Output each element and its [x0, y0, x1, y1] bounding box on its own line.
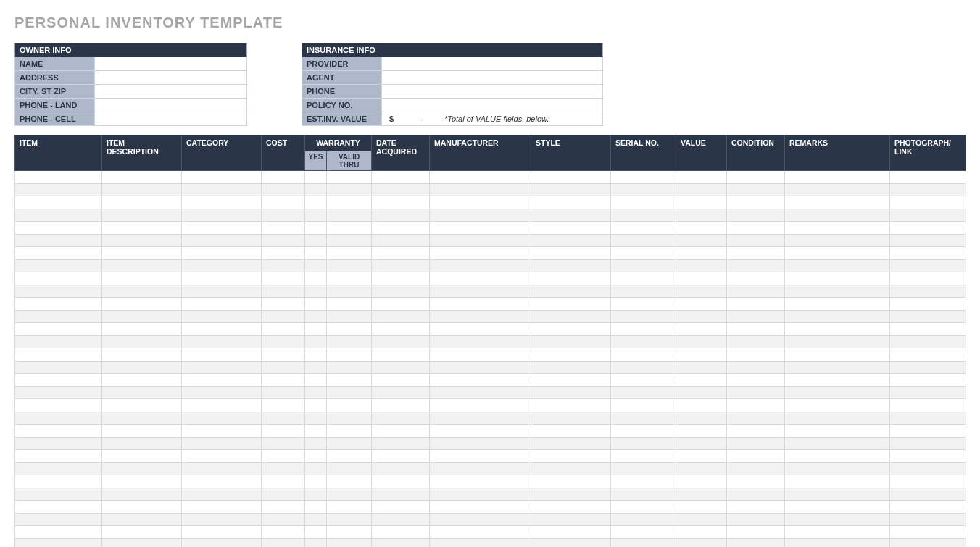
table-cell[interactable] [611, 386, 676, 399]
table-cell[interactable] [890, 412, 966, 425]
table-cell[interactable] [430, 259, 531, 272]
table-cell[interactable] [372, 450, 430, 463]
table-cell[interactable] [727, 209, 785, 222]
table-cell[interactable] [15, 488, 102, 501]
table-cell[interactable] [15, 310, 102, 323]
table-cell[interactable] [430, 538, 531, 547]
table-cell[interactable] [890, 335, 966, 348]
table-cell[interactable] [727, 335, 785, 348]
table-cell[interactable] [15, 285, 102, 298]
table-cell[interactable] [327, 335, 372, 348]
table-cell[interactable] [611, 323, 676, 336]
table-cell[interactable] [430, 323, 531, 336]
table-cell[interactable] [372, 437, 430, 450]
table-cell[interactable] [372, 247, 430, 260]
table-cell[interactable] [327, 462, 372, 475]
table-cell[interactable] [890, 196, 966, 209]
table-cell[interactable] [305, 234, 327, 247]
owner-name-value[interactable] [95, 57, 247, 71]
table-cell[interactable] [785, 450, 890, 463]
table-cell[interactable] [611, 285, 676, 298]
table-cell[interactable] [102, 374, 182, 387]
table-cell[interactable] [785, 259, 890, 272]
table-cell[interactable] [372, 209, 430, 222]
table-cell[interactable] [102, 425, 182, 438]
table-cell[interactable] [430, 348, 531, 362]
table-cell[interactable] [676, 183, 727, 196]
table-cell[interactable] [676, 323, 727, 336]
table-cell[interactable] [15, 183, 102, 196]
table-cell[interactable] [785, 526, 890, 539]
table-cell[interactable] [102, 488, 182, 501]
table-cell[interactable] [430, 272, 531, 285]
table-cell[interactable] [182, 462, 262, 475]
table-cell[interactable] [327, 501, 372, 514]
table-cell[interactable] [262, 298, 305, 311]
table-cell[interactable] [305, 488, 327, 501]
table-cell[interactable] [102, 475, 182, 488]
table-cell[interactable] [327, 323, 372, 336]
table-cell[interactable] [182, 234, 262, 247]
table-cell[interactable] [327, 247, 372, 260]
table-cell[interactable] [182, 513, 262, 526]
table-cell[interactable] [611, 183, 676, 196]
table-cell[interactable] [611, 475, 676, 488]
table-cell[interactable] [182, 425, 262, 438]
table-cell[interactable] [676, 374, 727, 387]
table-cell[interactable] [430, 298, 531, 311]
table-cell[interactable] [785, 222, 890, 235]
table-cell[interactable] [890, 247, 966, 260]
table-cell[interactable] [102, 399, 182, 412]
table-cell[interactable] [15, 335, 102, 348]
table-cell[interactable] [102, 298, 182, 311]
table-cell[interactable] [531, 488, 611, 501]
table-cell[interactable] [785, 488, 890, 501]
table-cell[interactable] [531, 437, 611, 450]
table-cell[interactable] [727, 412, 785, 425]
table-cell[interactable] [372, 412, 430, 425]
table-cell[interactable] [531, 399, 611, 412]
table-cell[interactable] [890, 209, 966, 222]
table-cell[interactable] [327, 183, 372, 196]
table-cell[interactable] [676, 501, 727, 514]
table-cell[interactable] [327, 209, 372, 222]
table-cell[interactable] [890, 475, 966, 488]
table-cell[interactable] [102, 259, 182, 272]
table-cell[interactable] [305, 450, 327, 463]
table-cell[interactable] [262, 386, 305, 399]
table-cell[interactable] [262, 310, 305, 323]
table-cell[interactable] [327, 526, 372, 539]
table-cell[interactable] [676, 348, 727, 362]
table-cell[interactable] [531, 259, 611, 272]
table-cell[interactable] [372, 222, 430, 235]
table-cell[interactable] [15, 374, 102, 387]
table-cell[interactable] [611, 361, 676, 374]
table-cell[interactable] [182, 412, 262, 425]
table-cell[interactable] [676, 247, 727, 260]
table-cell[interactable] [327, 475, 372, 488]
table-cell[interactable] [262, 501, 305, 514]
table-cell[interactable] [102, 412, 182, 425]
table-cell[interactable] [531, 183, 611, 196]
table-cell[interactable] [785, 425, 890, 438]
table-cell[interactable] [785, 247, 890, 260]
table-cell[interactable] [430, 412, 531, 425]
table-cell[interactable] [611, 412, 676, 425]
table-cell[interactable] [785, 285, 890, 298]
table-cell[interactable] [15, 171, 102, 184]
table-cell[interactable] [262, 209, 305, 222]
table-cell[interactable] [327, 259, 372, 272]
table-cell[interactable] [890, 437, 966, 450]
table-cell[interactable] [372, 298, 430, 311]
table-cell[interactable] [785, 462, 890, 475]
table-cell[interactable] [676, 488, 727, 501]
table-cell[interactable] [15, 298, 102, 311]
insurance-phone-value[interactable] [382, 85, 603, 99]
table-cell[interactable] [430, 234, 531, 247]
table-cell[interactable] [727, 234, 785, 247]
table-cell[interactable] [727, 399, 785, 412]
table-cell[interactable] [611, 513, 676, 526]
table-cell[interactable] [727, 361, 785, 374]
table-cell[interactable] [611, 437, 676, 450]
table-cell[interactable] [372, 399, 430, 412]
